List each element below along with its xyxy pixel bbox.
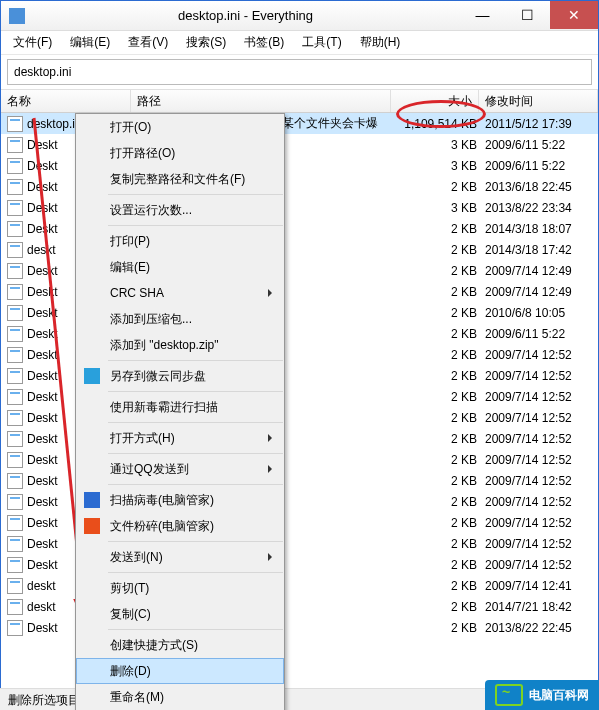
column-path[interactable]: 路径: [131, 90, 391, 112]
file-icon: [7, 242, 23, 258]
file-icon: [7, 410, 23, 426]
watermark-icon: [495, 684, 523, 706]
file-icon: [7, 200, 23, 216]
file-icon: [7, 557, 23, 573]
context-item[interactable]: 添加到压缩包...: [76, 306, 284, 332]
watermark-text: 电脑百科网: [529, 687, 589, 704]
menu-f[interactable]: 文件(F): [7, 32, 58, 53]
cell-date: 2009/6/11 5:22: [485, 159, 592, 173]
context-item[interactable]: 打开(O): [76, 114, 284, 140]
cell-date: 2013/6/18 22:45: [485, 180, 592, 194]
app-icon: [9, 8, 25, 24]
context-item[interactable]: 扫描病毒(电脑管家): [76, 487, 284, 513]
context-separator: [108, 484, 283, 485]
cell-date: 2009/7/14 12:52: [485, 495, 592, 509]
context-item[interactable]: 添加到 "desktop.zip": [76, 332, 284, 358]
context-item[interactable]: 剪切(T): [76, 575, 284, 601]
file-icon: [7, 536, 23, 552]
context-item[interactable]: 打印(P): [76, 228, 284, 254]
context-item[interactable]: 复制完整路径和文件名(F): [76, 166, 284, 192]
cell-date: 2009/7/14 12:52: [485, 411, 592, 425]
context-item[interactable]: CRC SHA: [76, 280, 284, 306]
context-item[interactable]: 打开方式(H): [76, 425, 284, 451]
context-item[interactable]: 打开路径(O): [76, 140, 284, 166]
submenu-arrow-icon: [268, 434, 276, 442]
cell-size: 2 KB: [397, 222, 485, 236]
cell-size: 3 KB: [397, 138, 485, 152]
shred-icon: [84, 518, 100, 534]
cell-size: 2 KB: [397, 600, 485, 614]
context-item[interactable]: 使用新毒霸进行扫描: [76, 394, 284, 420]
cell-size: 2 KB: [397, 474, 485, 488]
cell-size: 2 KB: [397, 495, 485, 509]
context-separator: [108, 194, 283, 195]
context-item[interactable]: 删除(D): [76, 658, 284, 684]
context-item[interactable]: 创建快捷方式(S): [76, 632, 284, 658]
file-icon: [7, 221, 23, 237]
titlebar: desktop.ini - Everything — ☐ ✕: [1, 1, 598, 31]
submenu-arrow-icon: [268, 289, 276, 297]
file-icon: [7, 620, 23, 636]
menu-v[interactable]: 查看(V): [122, 32, 174, 53]
cell-size: 2 KB: [397, 327, 485, 341]
cell-size: 2 KB: [397, 411, 485, 425]
file-icon: [7, 347, 23, 363]
context-separator: [108, 572, 283, 573]
close-button[interactable]: ✕: [550, 1, 598, 29]
cell-date: 2009/7/14 12:49: [485, 285, 592, 299]
menu-e[interactable]: 编辑(E): [64, 32, 116, 53]
menu-s[interactable]: 搜索(S): [180, 32, 232, 53]
cell-size: 2 KB: [397, 579, 485, 593]
cell-date: 2013/8/22 22:45: [485, 621, 592, 635]
cell-date: 2009/7/14 12:52: [485, 348, 592, 362]
search-input[interactable]: [14, 65, 585, 79]
maximize-button[interactable]: ☐: [505, 1, 550, 29]
table-header: 名称 路径 大小 修改时间: [1, 89, 598, 113]
window-title: desktop.ini - Everything: [31, 8, 460, 23]
context-item[interactable]: 设置运行次数...: [76, 197, 284, 223]
context-separator: [108, 422, 283, 423]
column-name[interactable]: 名称: [1, 90, 131, 112]
file-icon: [7, 284, 23, 300]
cell-date: 2013/8/22 23:34: [485, 201, 592, 215]
sync-icon: [84, 368, 100, 384]
cell-size: 2 KB: [397, 432, 485, 446]
menu-h[interactable]: 帮助(H): [354, 32, 407, 53]
context-item[interactable]: 编辑(E): [76, 254, 284, 280]
cell-size: 2 KB: [397, 558, 485, 572]
context-item[interactable]: 文件粉碎(电脑管家): [76, 513, 284, 539]
context-item[interactable]: 复制(C): [76, 601, 284, 627]
file-icon: [7, 116, 23, 132]
file-icon: [7, 263, 23, 279]
cell-size: 2 KB: [397, 516, 485, 530]
context-item[interactable]: 通过QQ发送到: [76, 456, 284, 482]
cell-date: 2009/7/14 12:52: [485, 390, 592, 404]
cell-size: 2 KB: [397, 369, 485, 383]
cell-date: 2009/7/14 12:52: [485, 537, 592, 551]
cell-date: 2009/6/11 5:22: [485, 327, 592, 341]
column-date[interactable]: 修改时间: [479, 90, 598, 112]
cell-date: 2014/7/21 18:42: [485, 600, 592, 614]
context-menu: 打开(O)打开路径(O)复制完整路径和文件名(F)设置运行次数...打印(P)编…: [75, 113, 285, 710]
file-icon: [7, 452, 23, 468]
context-item[interactable]: 重命名(M): [76, 684, 284, 710]
highlight-oval-size: [396, 100, 486, 128]
menu-t[interactable]: 工具(T): [296, 32, 347, 53]
cell-size: 2 KB: [397, 390, 485, 404]
cell-size: 3 KB: [397, 201, 485, 215]
context-item[interactable]: 另存到微云同步盘: [76, 363, 284, 389]
file-icon: [7, 599, 23, 615]
cell-size: 2 KB: [397, 621, 485, 635]
file-icon: [7, 431, 23, 447]
cell-date: 2014/3/18 18:07: [485, 222, 592, 236]
cell-date: 2009/7/14 12:52: [485, 453, 592, 467]
menu-b[interactable]: 书签(B): [238, 32, 290, 53]
cell-size: 2 KB: [397, 348, 485, 362]
cell-size: 2 KB: [397, 285, 485, 299]
file-icon: [7, 515, 23, 531]
minimize-button[interactable]: —: [460, 1, 505, 29]
context-separator: [108, 629, 283, 630]
context-item[interactable]: 发送到(N): [76, 544, 284, 570]
watermark: 电脑百科网: [485, 680, 599, 710]
context-separator: [108, 360, 283, 361]
